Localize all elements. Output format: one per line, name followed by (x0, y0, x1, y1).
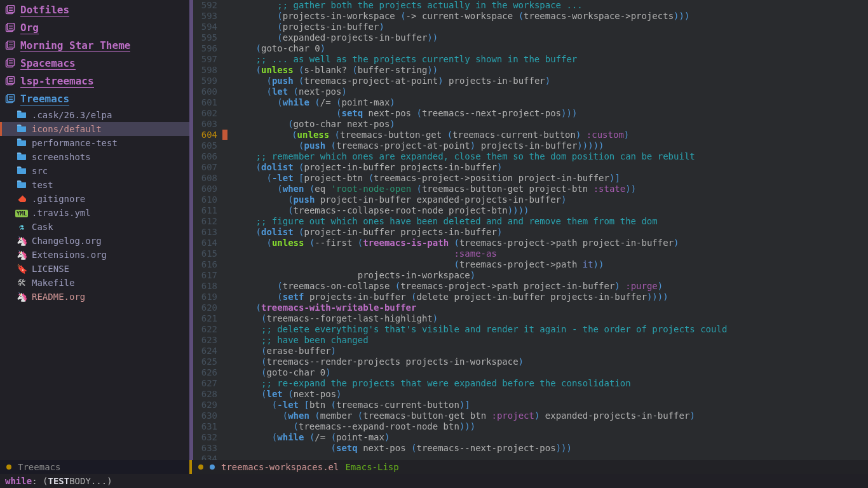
tree-item[interactable]: 🔖LICENSE (0, 262, 189, 276)
tree-item[interactable]: test (0, 178, 189, 192)
line-number: 604 (193, 130, 224, 140)
code-line[interactable]: 633 (setq next-pos (treemacs--next-proje… (193, 443, 868, 454)
project-label: lsp-treemacs (20, 76, 94, 88)
line-number: 616 (193, 259, 224, 270)
editor-pane[interactable]: 592 ;; gather both the projects actually… (189, 0, 868, 460)
modeline-filename: treemacs-workspaces.el (221, 462, 339, 473)
code-line[interactable]: 618 (treemacs-on-collapse (treemacs-proj… (193, 281, 868, 292)
project-treemacs[interactable]: Treemacs (0, 90, 189, 108)
tree-item[interactable]: 🦄Extensions.org (0, 248, 189, 262)
tree-item-label: Extensions.org (32, 250, 107, 261)
line-number: 631 (193, 421, 224, 432)
code-line[interactable]: 611 (treemacs--collapse-root-node projec… (193, 205, 868, 216)
line-number: 598 (193, 65, 224, 76)
code-line[interactable]: 616 (treemacs-project->path it)) (193, 259, 868, 270)
tree-item[interactable]: 🦄README.org (0, 290, 189, 304)
treemacs-sidebar[interactable]: Dotfiles Org Morning Star Theme Spacemac… (0, 0, 189, 460)
code-line[interactable]: 604 (unless (treemacs-button-get (treema… (193, 130, 868, 140)
code-line[interactable]: 632 (while (/= (point-max) (193, 432, 868, 443)
code-line[interactable]: 596 (goto-char 0) (193, 43, 868, 54)
code-line[interactable]: 631 (treemacs--expand-root-node btn))) (193, 421, 868, 432)
line-number: 619 (193, 292, 224, 302)
code-line[interactable]: 601 (while (/= (point-max) (193, 97, 868, 108)
code-line[interactable]: 628 (let (next-pos) (193, 389, 868, 400)
code-line[interactable]: 614 (unless (--first (treemacs-is-path (… (193, 238, 868, 248)
line-number: 614 (193, 238, 224, 248)
code-line[interactable]: 600 (let (next-pos) (193, 86, 868, 97)
line-number: 632 (193, 432, 224, 443)
code-line[interactable]: 610 (push project-in-buffer expanded-pro… (193, 194, 868, 205)
code-line[interactable]: 625 (treemacs--render-projects projects-… (193, 356, 868, 367)
project-org[interactable]: Org (0, 19, 189, 37)
code-line[interactable]: 609 (when (eq 'root-node-open (treemacs-… (193, 184, 868, 194)
project-label: Treemacs (20, 93, 69, 105)
project-spacemacs[interactable]: Spacemacs (0, 55, 189, 72)
code-text: (projects-in-buffer) (224, 22, 384, 32)
project-dotfiles[interactable]: Dotfiles (0, 1, 189, 19)
code-line[interactable]: 607 (dolist (project-in-buffer projects-… (193, 162, 868, 173)
code-line[interactable]: 620 (treemacs-with-writable-buffer (193, 302, 868, 313)
line-number: 621 (193, 313, 224, 324)
tree-item[interactable]: .gitignore (0, 192, 189, 206)
line-number: 626 (193, 367, 224, 378)
code-line[interactable]: 629 (-let [btn (treemacs-current-button)… (193, 400, 868, 410)
code-text: (setq next-pos (treemacs--next-project-p… (224, 108, 577, 119)
tree-item[interactable]: src (0, 164, 189, 178)
line-number: 600 (193, 86, 224, 97)
code-line[interactable]: 623 ;; have been changed (193, 335, 868, 346)
code-text: (unless (treemacs-button-get (treemacs-c… (227, 130, 629, 140)
code-line[interactable]: 617 projects-in-workspace) (193, 270, 868, 281)
project-lsp-treemacs[interactable]: lsp-treemacs (0, 72, 189, 90)
tree-item-label: README.org (32, 292, 85, 302)
tree-item[interactable]: 🛠Makefile (0, 276, 189, 290)
code-line[interactable]: 621 (treemacs--forget-last-highlight) (193, 313, 868, 324)
line-number: 596 (193, 43, 224, 54)
tree-item[interactable]: YML.travis.yml (0, 206, 189, 220)
line-number: 597 (193, 54, 224, 65)
project-icon (4, 58, 17, 69)
code-text: (treemacs-project->path it)) (224, 259, 604, 270)
code-line[interactable]: 622 ;; delete everything's that's visibl… (193, 324, 868, 335)
code-line[interactable]: 602 (setq next-pos (treemacs--next-proje… (193, 108, 868, 119)
code-line[interactable]: 627 ;; re-expand the projects that were … (193, 378, 868, 389)
code-line[interactable]: 612 ;; figure out which ones have been d… (193, 216, 868, 227)
code-line[interactable]: 634 (193, 454, 868, 460)
tree-item[interactable]: ⚗Cask (0, 220, 189, 234)
folder-icon (15, 151, 28, 163)
tree-item[interactable]: screenshots (0, 150, 189, 164)
code-line[interactable]: 630 (when (member (treemacs-button-get b… (193, 410, 868, 421)
code-line[interactable]: 598 (unless (s-blank? (buffer-string)) (193, 65, 868, 76)
code-text: ;; re-expand the projects that were expa… (224, 378, 631, 389)
project-morning-star-theme[interactable]: Morning Star Theme (0, 37, 189, 55)
tree-item-label: Cask (32, 222, 53, 233)
code-line[interactable]: 597 ;; ... as well as the projects curre… (193, 54, 868, 65)
code-line[interactable]: 619 (setf projects-in-buffer (delete pro… (193, 292, 868, 302)
line-number: 606 (193, 151, 224, 162)
code-line[interactable]: 608 (-let [project-btn (treemacs-project… (193, 173, 868, 184)
tree-item-label: LICENSE (32, 264, 69, 274)
code-line[interactable]: 594 (projects-in-buffer) (193, 22, 868, 32)
code-line[interactable]: 613 (dolist (project-in-buffer projects-… (193, 227, 868, 238)
code-line[interactable]: 606 ;; remember which ones are expanded,… (193, 151, 868, 162)
code-text: (unless (--first (treemacs-is-path (tree… (224, 238, 679, 248)
code-line[interactable]: 624 (erase-buffer) (193, 346, 868, 356)
folder-icon (15, 109, 28, 121)
code-line[interactable]: 603 (goto-char next-pos) (193, 119, 868, 130)
minibuffer[interactable]: while: (TEST BODY...) (0, 474, 868, 488)
code-line[interactable]: 605 (push (treemacs-project-at-point) pr… (193, 140, 868, 151)
code-line[interactable]: 599 (push (treemacs-project-at-point) pr… (193, 76, 868, 86)
tree-item[interactable]: performance-test (0, 136, 189, 150)
project-icon (4, 5, 17, 16)
project-label: Morning Star Theme (20, 40, 130, 52)
tree-item-label: test (32, 180, 53, 191)
code-line[interactable]: 595 (expanded-projects-in-buffer)) (193, 32, 868, 43)
tree-item[interactable]: 🦄Changelog.org (0, 234, 189, 248)
line-number: 603 (193, 119, 224, 130)
tree-item[interactable]: icons/default (0, 122, 189, 136)
tree-item[interactable]: .cask/26.3/elpa (0, 108, 189, 122)
code-line[interactable]: 615 :same-as (193, 248, 868, 259)
code-line[interactable]: 592 ;; gather both the projects actually… (193, 0, 868, 11)
code-line[interactable]: 593 (projects-in-workspace (-> current-w… (193, 11, 868, 22)
code-line[interactable]: 626 (goto-char 0) (193, 367, 868, 378)
tree-item-label: .gitignore (32, 194, 85, 205)
